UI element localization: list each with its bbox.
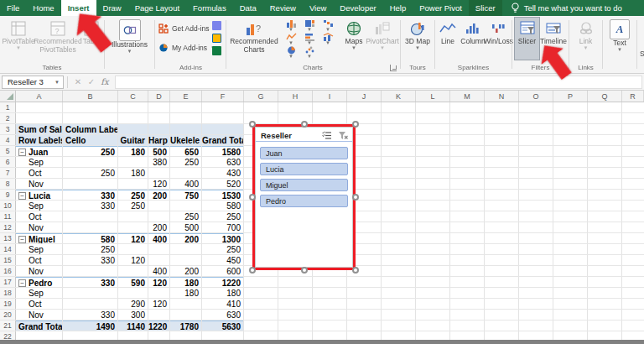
column-header-P[interactable]: P: [553, 91, 588, 102]
cancel-icon[interactable]: ✕: [71, 77, 85, 86]
charts-group-label: Charts: [227, 64, 398, 71]
maps-button[interactable]: Maps ▼: [341, 18, 366, 60]
get-addins-button[interactable]: Get Add-ins: [158, 23, 209, 34]
grid-area[interactable]: Sum of SalesColumn Labels▼Row Labels▼Cel…: [0, 102, 644, 340]
column-header-C[interactable]: C: [118, 91, 148, 102]
my-addins-label: My Add-ins: [172, 44, 207, 52]
tab-slicer[interactable]: Slicer: [469, 0, 502, 16]
column-header-E[interactable]: E: [170, 91, 202, 102]
column-header-K[interactable]: K: [382, 91, 416, 102]
tab-file[interactable]: File: [0, 0, 26, 16]
bar-chart-button[interactable]: ▼: [301, 33, 318, 45]
insert-function-icon[interactable]: fx: [98, 77, 112, 86]
sparkline-winloss-label: Win/Loss: [484, 38, 513, 46]
slicer-icon: [520, 19, 535, 38]
3d-map-button[interactable]: 3D Map ▼: [403, 18, 432, 60]
column-header-D[interactable]: D: [148, 91, 170, 102]
tell-me-label: Tell me what you want to do: [524, 3, 622, 13]
column-header-R[interactable]: R: [622, 91, 644, 102]
chevron-down-icon: ▼: [127, 50, 132, 54]
chevron-down-icon: ▼: [584, 46, 589, 50]
collapse-icon[interactable]: −: [18, 149, 26, 156]
waterfall-chart-button[interactable]: ▼: [319, 19, 336, 32]
tab-help[interactable]: Help: [383, 0, 413, 16]
collapse-icon[interactable]: −: [18, 279, 26, 287]
ribbon-group-text: A Text ▼: [604, 16, 636, 73]
select-all-button[interactable]: [0, 91, 16, 102]
name-box[interactable]: Reseller 3 ▼: [2, 76, 64, 89]
sparkline-column-icon: [465, 19, 480, 38]
tell-me-box[interactable]: Tell me what you want to do: [511, 0, 622, 16]
combo-chart-button[interactable]: ▼: [319, 33, 336, 45]
row-header-22[interactable]: 22: [0, 331, 16, 340]
tab-view[interactable]: View: [303, 0, 333, 16]
column-header-F[interactable]: F: [202, 91, 244, 102]
ribbon-group-charts: ? Recommended Charts ▼ ▼ ▼ ▼ ▼ ▼: [227, 16, 398, 73]
addin-icon-bing: [212, 34, 221, 43]
pie-chart-button[interactable]: ▼: [283, 46, 299, 59]
hierarchy-chart-button[interactable]: ▼: [301, 19, 318, 32]
sparklines-group-label: Sparklines: [436, 64, 511, 71]
chevron-down-icon: ▼: [415, 46, 420, 50]
column-header-N[interactable]: N: [485, 91, 519, 102]
sparkline-winloss-button[interactable]: Win/Loss: [486, 18, 511, 60]
chevron-down-icon: ▼: [380, 46, 385, 50]
name-box-value: Reseller 3: [8, 77, 44, 86]
grid-hline: [0, 276, 644, 277]
column-header-L[interactable]: L: [416, 91, 450, 102]
enter-icon[interactable]: ✓: [85, 77, 98, 86]
slicer-button-label: Slicer: [518, 38, 536, 46]
my-addins-button[interactable]: My Add-ins ▼: [158, 43, 216, 53]
get-addins-icon: [158, 23, 169, 34]
column-header-O[interactable]: O: [519, 91, 553, 102]
column-header-J[interactable]: J: [347, 91, 382, 102]
resize-handle[interactable]: [249, 267, 256, 274]
tab-draw[interactable]: Draw: [96, 0, 128, 16]
name-box-dropdown-icon[interactable]: ▼: [55, 80, 60, 85]
charts-dialog-launcher[interactable]: [390, 65, 397, 71]
chevron-down-icon: ▼: [16, 46, 21, 50]
office-addin-shortcut-icons[interactable]: [212, 21, 221, 55]
scatter-chart-button[interactable]: ▼: [301, 46, 318, 59]
chevron-down-icon: ▼: [617, 48, 622, 52]
column-header-A[interactable]: A: [16, 91, 63, 102]
resize-handle[interactable]: [249, 121, 256, 128]
annotation-rectangle: [252, 124, 356, 270]
collapse-icon[interactable]: −: [18, 192, 26, 200]
resize-handle[interactable]: [301, 267, 308, 274]
excel-window: FileHomeInsertDrawPage LayoutFormulasDat…: [0, 0, 644, 344]
grid-hline: [0, 320, 644, 321]
sparkline-line-button[interactable]: Line: [436, 18, 460, 60]
ribbon-group-addins: Get Add-ins My Add-ins ▼ Add-ins: [157, 16, 225, 73]
resize-handle[interactable]: [249, 194, 256, 201]
link-button[interactable]: Link ▼: [572, 18, 600, 60]
column-header-Q[interactable]: Q: [588, 91, 622, 102]
column-header-B[interactable]: B: [63, 91, 118, 102]
grid-hline: [0, 309, 644, 310]
column-header-I[interactable]: I: [313, 91, 347, 102]
resize-handle[interactable]: [352, 267, 359, 274]
resize-handle[interactable]: [352, 194, 359, 201]
tab-power-pivot[interactable]: Power Pivot: [413, 0, 469, 16]
column-chart-button[interactable]: ▼: [283, 19, 299, 32]
pivottable-button[interactable]: PivotTable ▼: [2, 18, 35, 60]
text-button[interactable]: A Text ▼: [607, 18, 632, 60]
column-header-G[interactable]: G: [244, 91, 278, 102]
sparkline-column-button[interactable]: Column: [460, 18, 486, 60]
column-header-H[interactable]: H: [278, 91, 313, 102]
column-header-M[interactable]: M: [450, 91, 485, 102]
tab-review[interactable]: Review: [263, 0, 303, 16]
line-chart-button[interactable]: ▼: [283, 33, 299, 45]
pivotchart-button[interactable]: PivotChart ▼: [366, 18, 398, 60]
tab-page-layout[interactable]: Page Layout: [128, 0, 186, 16]
collapse-icon[interactable]: −: [18, 236, 26, 243]
tab-formulas[interactable]: Formulas: [186, 0, 233, 16]
tab-developer[interactable]: Developer: [333, 0, 382, 16]
pivottable-icon: [11, 19, 26, 38]
resize-handle[interactable]: [352, 121, 359, 128]
tab-home[interactable]: Home: [26, 0, 60, 16]
timeline-icon: [546, 19, 561, 38]
tab-data[interactable]: Data: [233, 0, 263, 16]
resize-handle[interactable]: [301, 121, 308, 128]
recommended-charts-button[interactable]: ? Recommended Charts: [229, 18, 279, 60]
